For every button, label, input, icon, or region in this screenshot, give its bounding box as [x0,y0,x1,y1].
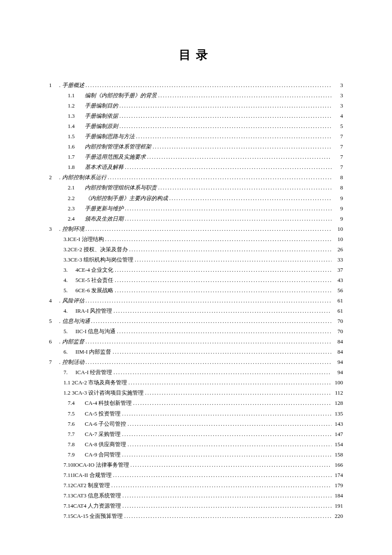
toc-page-number: 8 [333,172,343,183]
toc-section-number: 4 [49,296,59,306]
toc-entry-text: 编制《内部控制手册》的背景 [85,90,157,101]
toc-subsection-number: 5. [63,326,75,337]
toc-entry-text: . 内部监督 [59,337,84,347]
toc-entry: 1.1编制《内部控制手册》的背景3 [63,90,343,101]
toc-leader-dots [158,183,331,193]
toc-entry-text: 手册编制目的 [85,101,118,111]
toc-leader-dots [122,491,331,501]
toc-section-number: 5 [49,316,59,326]
toc-leader-dots [122,450,331,460]
toc-subsection-number: 7.8 [68,439,85,450]
toc-entry: 6.IIM-I 内部监督84 [63,347,343,357]
toc-page-number: 56 [333,285,343,296]
toc-page-number: 184 [333,491,343,501]
toc-subsection-number: 1.8 [68,162,85,172]
toc-page-number: 26 [333,244,343,255]
toc-subsection-number: 1.6 [68,142,85,152]
toc-leader-dots [119,111,331,121]
toc-entry-text: 7.15CA-15 全面预算管理 [63,511,123,521]
toc-entry-text: 《内部控制手册》主要内容的构成 [85,193,168,203]
toc-subsection-number: 4. [63,275,75,285]
toc-leader-dots [91,316,332,326]
toc-entry: 7.9CA-9 合同管理158 [63,450,343,460]
toc-subsection-number: 2.4 [68,214,85,224]
toc-page-number: 9 [333,193,343,203]
toc-entry-text: CA-4 科技创新管理 [85,398,132,408]
toc-page-number: 33 [333,255,343,265]
toc-leader-dots [115,275,331,285]
toc-page-number: 174 [333,470,343,480]
toc-subsection-number: 2.1 [68,183,85,193]
toc-page-number: 179 [333,480,343,491]
toc-page-number: 128 [333,398,343,408]
toc-entry-text: 6CE-6 发展战略 [75,285,113,296]
toc-entry-text: IIM-I 内部监督 [75,347,111,357]
toc-entry-text: 手册编制思路与方法 [85,131,135,142]
toc-leader-dots [117,326,331,337]
toc-entry: 7.8CA-8 供应商管理154 [63,439,343,450]
toc-leader-dots [122,429,331,439]
toc-leader-dots [122,501,331,511]
toc-page-number: 43 [333,275,343,285]
toc-entry: 7. 控制活动94 [49,357,343,367]
toc-page-number: 94 [333,357,343,367]
toc-subsection-number: 1.1 [68,90,85,101]
toc-entry: 2.1内部控制管理组织体系与职责8 [63,183,343,193]
toc-leader-dots [129,244,331,255]
toc-page-number: 8 [333,183,343,193]
toc-leader-dots [136,131,331,142]
toc-leader-dots [115,285,331,296]
toc-entry-text: 内部控制管理体系管理框架 [85,142,151,152]
toc-leader-dots [111,480,331,491]
toc-entry: 6. 内部监督84 [49,337,343,347]
toc-subsection-number: 3. [63,265,75,275]
toc-leader-dots [105,234,331,244]
toc-entry-text: 4CE-4 企业文化 [75,265,113,275]
toc-entry: 7.11ICA-II 合规管理174 [63,470,343,480]
toc-page-number: 10 [333,234,343,244]
toc-subsection-number: 6. [63,347,75,357]
toc-leader-dots [147,152,331,162]
toc-entry: 2.2《内部控制手册》主要内容的构成9 [63,193,343,203]
toc-leader-dots [86,357,332,367]
toc-subsection-number: 1.5 [68,131,85,142]
toc-page-number: 143 [333,419,343,429]
toc-page-number: 70 [333,316,343,326]
toc-page-number: 100 [333,378,343,388]
toc-leader-dots [119,101,331,111]
toc-leader-dots [113,470,331,480]
toc-leader-dots [125,214,331,224]
toc-entry: 5. 信息与沟通70 [49,316,343,326]
toc-page-number: 154 [333,439,343,450]
toc-leader-dots [119,121,331,131]
toc-entry: 7.5CA-5 投资管理135 [63,409,343,419]
toc-page-number: 9 [333,214,343,224]
toc-leader-dots [122,409,331,419]
toc-page-number: 191 [333,501,343,511]
toc-entry-text: 5CE-5 社会责任 [75,275,113,285]
toc-entry-text: 7.11ICA-II 合规管理 [63,470,112,480]
toc-entry: 1.4手册编制原则5 [63,121,343,131]
toc-entry-text: IIC-I 信息与沟通 [75,326,115,337]
toc-entry-text: CA-5 投资管理 [85,409,121,419]
toc-entry-text: 7.12CAT2 制度管理 [63,480,110,491]
toc-section-number: 3 [49,224,59,234]
toc-leader-dots [130,460,331,470]
toc-subsection-number: 4. [63,306,75,316]
toc-subsection-number: 7.9 [68,450,85,460]
toc-entry: 3.4CE-4 企业文化37 [63,265,343,275]
toc-entry-text: CA-7 采购管理 [85,429,121,439]
toc-entry-text: CA-9 合同管理 [85,450,121,460]
toc-entry-text: . 信息与沟通 [59,316,90,326]
toc-entry: 3.2CE-2 授权、决策及督办26 [63,244,343,255]
toc-page-number: 7 [333,152,343,162]
toc-page-number: 158 [333,450,343,460]
toc-page-number: 7 [333,142,343,152]
toc-page-number: 9 [333,203,343,214]
toc-page-number: 61 [333,306,343,316]
toc-subsection-number: 2.2 [68,193,85,203]
toc-entry: 7.7CA-7 采购管理147 [63,429,343,439]
toc-entry: 3.3CE-3 组织机构与岗位管理33 [63,255,343,265]
toc-subsection-number: 7.5 [68,409,85,419]
toc-page-number: 147 [333,429,343,439]
